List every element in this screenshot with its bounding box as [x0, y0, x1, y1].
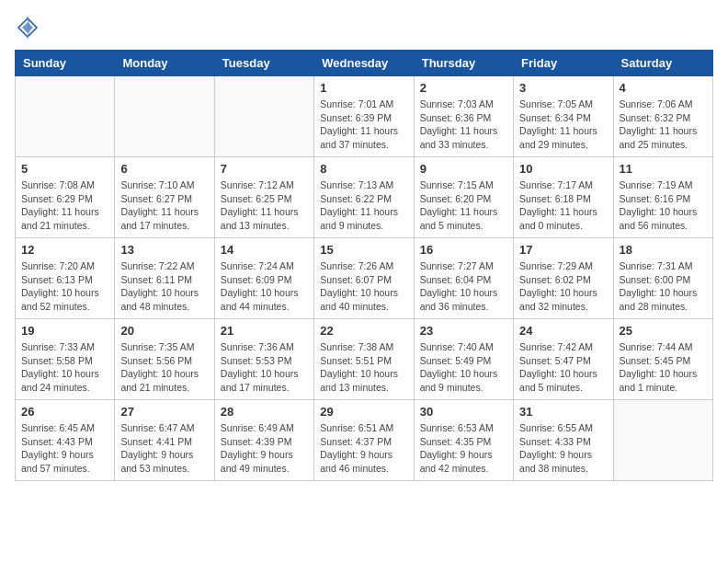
- day-info: Sunrise: 7:36 AM Sunset: 5:53 PM Dayligh…: [221, 340, 308, 395]
- day-info: Sunrise: 6:45 AM Sunset: 4:43 PM Dayligh…: [21, 421, 108, 476]
- calendar-cell: 18Sunrise: 7:31 AM Sunset: 6:00 PM Dayli…: [613, 238, 712, 319]
- day-info: Sunrise: 7:01 AM Sunset: 6:39 PM Dayligh…: [320, 98, 407, 152]
- week-row-3: 12Sunrise: 7:20 AM Sunset: 6:13 PM Dayli…: [16, 238, 713, 319]
- week-row-5: 26Sunrise: 6:45 AM Sunset: 4:43 PM Dayli…: [16, 400, 713, 481]
- calendar-cell: [16, 76, 115, 157]
- calendar-cell: 27Sunrise: 6:47 AM Sunset: 4:41 PM Dayli…: [115, 400, 214, 481]
- day-info: Sunrise: 7:20 AM Sunset: 6:13 PM Dayligh…: [21, 259, 108, 314]
- day-info: Sunrise: 7:31 AM Sunset: 6:00 PM Dayligh…: [620, 259, 707, 314]
- calendar-cell: 28Sunrise: 6:49 AM Sunset: 4:39 PM Dayli…: [214, 400, 313, 481]
- calendar-cell: [613, 400, 712, 481]
- day-number: 20: [120, 324, 208, 338]
- day-info: Sunrise: 7:38 AM Sunset: 5:51 PM Dayligh…: [320, 340, 407, 395]
- weekday-header-thursday: Thursday: [414, 51, 513, 76]
- day-info: Sunrise: 6:53 AM Sunset: 4:35 PM Dayligh…: [420, 421, 507, 476]
- calendar-cell: 8Sunrise: 7:13 AM Sunset: 6:22 PM Daylig…: [314, 157, 414, 238]
- day-info: Sunrise: 7:27 AM Sunset: 6:04 PM Dayligh…: [420, 259, 507, 314]
- weekday-header-friday: Friday: [514, 51, 613, 76]
- calendar-cell: 6Sunrise: 7:10 AM Sunset: 6:27 PM Daylig…: [115, 157, 214, 238]
- calendar-cell: 10Sunrise: 7:17 AM Sunset: 6:18 PM Dayli…: [514, 157, 613, 238]
- day-info: Sunrise: 6:51 AM Sunset: 4:37 PM Dayligh…: [320, 421, 407, 476]
- day-number: 6: [120, 162, 208, 176]
- day-number: 10: [519, 162, 607, 176]
- day-number: 30: [420, 405, 507, 419]
- day-info: Sunrise: 7:05 AM Sunset: 6:34 PM Dayligh…: [519, 98, 607, 152]
- day-info: Sunrise: 7:06 AM Sunset: 6:32 PM Dayligh…: [620, 98, 707, 152]
- weekday-header-tuesday: Tuesday: [214, 51, 313, 76]
- day-number: 24: [519, 324, 607, 338]
- page-header: [15, 15, 713, 40]
- day-number: 12: [21, 243, 108, 257]
- day-number: 31: [519, 405, 607, 419]
- day-info: Sunrise: 7:42 AM Sunset: 5:47 PM Dayligh…: [519, 340, 607, 395]
- calendar-cell: [115, 76, 214, 157]
- weekday-header-row: SundayMondayTuesdayWednesdayThursdayFrid…: [16, 51, 713, 76]
- day-number: 7: [221, 162, 308, 176]
- day-number: 17: [519, 243, 607, 257]
- day-number: 9: [420, 162, 507, 176]
- calendar-cell: 3Sunrise: 7:05 AM Sunset: 6:34 PM Daylig…: [514, 76, 613, 157]
- calendar-cell: 24Sunrise: 7:42 AM Sunset: 5:47 PM Dayli…: [514, 319, 613, 400]
- day-number: 8: [320, 162, 407, 176]
- calendar-cell: 11Sunrise: 7:19 AM Sunset: 6:16 PM Dayli…: [613, 157, 712, 238]
- day-number: 27: [120, 405, 208, 419]
- day-number: 1: [320, 81, 407, 95]
- calendar-cell: 12Sunrise: 7:20 AM Sunset: 6:13 PM Dayli…: [16, 238, 115, 319]
- day-info: Sunrise: 6:47 AM Sunset: 4:41 PM Dayligh…: [120, 421, 208, 476]
- calendar-cell: 26Sunrise: 6:45 AM Sunset: 4:43 PM Dayli…: [16, 400, 115, 481]
- calendar-cell: 17Sunrise: 7:29 AM Sunset: 6:02 PM Dayli…: [514, 238, 613, 319]
- day-number: 21: [221, 324, 308, 338]
- day-number: 11: [620, 162, 707, 176]
- day-info: Sunrise: 7:40 AM Sunset: 5:49 PM Dayligh…: [420, 340, 507, 395]
- day-number: 23: [420, 324, 507, 338]
- calendar-cell: 19Sunrise: 7:33 AM Sunset: 5:58 PM Dayli…: [16, 319, 115, 400]
- day-number: 18: [620, 243, 707, 257]
- day-info: Sunrise: 7:24 AM Sunset: 6:09 PM Dayligh…: [221, 259, 308, 314]
- week-row-1: 1Sunrise: 7:01 AM Sunset: 6:39 PM Daylig…: [16, 76, 713, 157]
- calendar-cell: 7Sunrise: 7:12 AM Sunset: 6:25 PM Daylig…: [214, 157, 313, 238]
- weekday-header-monday: Monday: [115, 51, 214, 76]
- day-info: Sunrise: 7:12 AM Sunset: 6:25 PM Dayligh…: [221, 178, 308, 233]
- day-info: Sunrise: 7:13 AM Sunset: 6:22 PM Dayligh…: [320, 178, 407, 233]
- day-info: Sunrise: 7:15 AM Sunset: 6:20 PM Dayligh…: [420, 178, 507, 233]
- calendar-table: SundayMondayTuesdayWednesdayThursdayFrid…: [15, 50, 713, 481]
- week-row-4: 19Sunrise: 7:33 AM Sunset: 5:58 PM Dayli…: [16, 319, 713, 400]
- calendar-cell: 9Sunrise: 7:15 AM Sunset: 6:20 PM Daylig…: [414, 157, 513, 238]
- calendar-cell: 30Sunrise: 6:53 AM Sunset: 4:35 PM Dayli…: [414, 400, 513, 481]
- day-number: 14: [221, 243, 308, 257]
- day-number: 15: [320, 243, 407, 257]
- calendar-cell: 13Sunrise: 7:22 AM Sunset: 6:11 PM Dayli…: [115, 238, 214, 319]
- calendar-cell: 23Sunrise: 7:40 AM Sunset: 5:49 PM Dayli…: [414, 319, 513, 400]
- weekday-header-saturday: Saturday: [613, 51, 712, 76]
- week-row-2: 5Sunrise: 7:08 AM Sunset: 6:29 PM Daylig…: [16, 157, 713, 238]
- calendar-cell: 15Sunrise: 7:26 AM Sunset: 6:07 PM Dayli…: [314, 238, 414, 319]
- day-info: Sunrise: 7:17 AM Sunset: 6:18 PM Dayligh…: [519, 178, 607, 233]
- weekday-header-wednesday: Wednesday: [314, 51, 414, 76]
- day-number: 22: [320, 324, 407, 338]
- calendar-cell: 16Sunrise: 7:27 AM Sunset: 6:04 PM Dayli…: [414, 238, 513, 319]
- day-number: 3: [519, 81, 607, 95]
- day-info: Sunrise: 7:03 AM Sunset: 6:36 PM Dayligh…: [420, 98, 507, 152]
- day-info: Sunrise: 7:19 AM Sunset: 6:16 PM Dayligh…: [620, 178, 707, 233]
- day-info: Sunrise: 7:44 AM Sunset: 5:45 PM Dayligh…: [620, 340, 707, 395]
- calendar-cell: 22Sunrise: 7:38 AM Sunset: 5:51 PM Dayli…: [314, 319, 414, 400]
- day-number: 2: [420, 81, 507, 95]
- day-number: 19: [21, 324, 108, 338]
- calendar-cell: 2Sunrise: 7:03 AM Sunset: 6:36 PM Daylig…: [414, 76, 513, 157]
- calendar-cell: 4Sunrise: 7:06 AM Sunset: 6:32 PM Daylig…: [613, 76, 712, 157]
- calendar-cell: 25Sunrise: 7:44 AM Sunset: 5:45 PM Dayli…: [613, 319, 712, 400]
- day-info: Sunrise: 7:08 AM Sunset: 6:29 PM Dayligh…: [21, 178, 108, 233]
- day-info: Sunrise: 7:29 AM Sunset: 6:02 PM Dayligh…: [519, 259, 607, 314]
- day-number: 28: [221, 405, 308, 419]
- day-info: Sunrise: 7:33 AM Sunset: 5:58 PM Dayligh…: [21, 340, 108, 395]
- calendar-cell: 21Sunrise: 7:36 AM Sunset: 5:53 PM Dayli…: [214, 319, 313, 400]
- calendar-cell: 31Sunrise: 6:55 AM Sunset: 4:33 PM Dayli…: [514, 400, 613, 481]
- day-info: Sunrise: 7:35 AM Sunset: 5:56 PM Dayligh…: [120, 340, 208, 395]
- calendar-cell: 5Sunrise: 7:08 AM Sunset: 6:29 PM Daylig…: [16, 157, 115, 238]
- day-info: Sunrise: 6:55 AM Sunset: 4:33 PM Dayligh…: [519, 421, 607, 476]
- calendar-cell: 14Sunrise: 7:24 AM Sunset: 6:09 PM Dayli…: [214, 238, 313, 319]
- day-number: 25: [620, 324, 707, 338]
- day-number: 5: [21, 162, 108, 176]
- logo-icon: [15, 15, 40, 40]
- calendar-cell: [214, 76, 313, 157]
